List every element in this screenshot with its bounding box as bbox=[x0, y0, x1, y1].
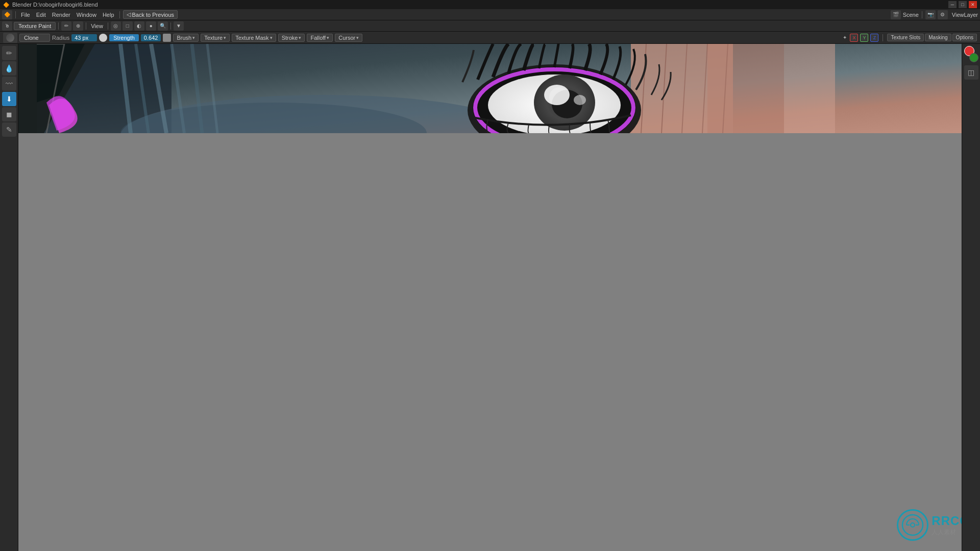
falloff-button[interactable]: Falloff bbox=[307, 34, 333, 42]
back-icon: ◁ bbox=[127, 11, 131, 18]
back-to-previous-button[interactable]: ◁ Back to Previous bbox=[123, 10, 178, 19]
svg-point-22 bbox=[902, 515, 923, 535]
svg-rect-21 bbox=[18, 44, 37, 133]
brush-toolbar: Clone Radius 43 px Strength 0.642 Brush … bbox=[0, 32, 980, 44]
strength-button[interactable]: Strength bbox=[109, 34, 139, 41]
settings-icon[interactable]: ⚙ bbox=[938, 10, 948, 19]
menu-file[interactable]: File bbox=[19, 12, 32, 18]
axis-x-button[interactable]: X bbox=[850, 34, 858, 42]
brush-name-field[interactable]: Clone bbox=[19, 34, 50, 42]
draw-tool-button[interactable]: ✏ bbox=[2, 46, 16, 60]
title-text: Blender D:\robogirl\robogirl6.blend bbox=[12, 2, 948, 8]
menu-help[interactable]: Help bbox=[101, 12, 116, 18]
menu-window[interactable]: Window bbox=[75, 12, 99, 18]
brush-button[interactable]: Brush bbox=[173, 34, 199, 42]
viewlayer-label: ViewLayer bbox=[952, 12, 978, 18]
titlebar: 🔶 Blender D:\robogirl\robogirl6.blend ─ … bbox=[0, 0, 980, 9]
cursor-mode-icon[interactable]: ⊕ bbox=[73, 21, 83, 31]
mask-tool-button[interactable]: ✎ bbox=[2, 122, 16, 137]
mode-icon[interactable]: 🖱 bbox=[2, 21, 12, 31]
separator bbox=[15, 11, 16, 18]
right-tool-1[interactable]: ◫ bbox=[964, 65, 978, 80]
fill-tool-button[interactable]: ◼ bbox=[2, 107, 16, 121]
mirror-label: ✦ bbox=[843, 35, 847, 40]
filter-icon[interactable]: ▼ bbox=[174, 21, 184, 31]
axis-y-button[interactable]: Y bbox=[860, 34, 868, 42]
svg-point-20 bbox=[574, 95, 586, 105]
close-button[interactable]: ✕ bbox=[969, 1, 977, 8]
separator2 bbox=[119, 11, 120, 18]
watermark-circle bbox=[897, 509, 928, 541]
separator7 bbox=[170, 22, 171, 30]
texture-slots-button[interactable]: Texture Slots bbox=[887, 34, 924, 41]
tools-panel: ✏ 💧 〰 ⬇ ◼ ✎ bbox=[0, 44, 18, 551]
viewport-render1[interactable]: ◐ bbox=[134, 21, 144, 31]
brush-thumbnail[interactable] bbox=[3, 33, 17, 43]
soften-tool-button[interactable]: 💧 bbox=[2, 61, 16, 76]
mode-toolbar: 🖱 Texture Paint ✏ ⊕ View ◎ □ ◐ ● 🔍 ▼ bbox=[0, 20, 980, 32]
strength-value[interactable]: 0.642 bbox=[141, 34, 161, 41]
right-header-buttons: Texture Slots Masking Options bbox=[887, 34, 977, 41]
gray-area bbox=[18, 133, 962, 551]
separator6 bbox=[108, 22, 108, 30]
viewport[interactable] bbox=[18, 44, 962, 133]
clone-tool-button[interactable]: ⬇ bbox=[2, 92, 16, 106]
blender-logo-icon[interactable]: 🔶 bbox=[2, 10, 12, 19]
watermark: RRCG 人人素材 bbox=[897, 509, 970, 541]
menu-render[interactable]: Render bbox=[50, 12, 72, 18]
radius-value[interactable]: 43 px bbox=[71, 34, 97, 41]
svg-rect-4 bbox=[784, 44, 835, 133]
separator5 bbox=[86, 22, 86, 30]
stroke-button[interactable]: Stroke bbox=[278, 34, 305, 42]
menu-edit[interactable]: Edit bbox=[34, 12, 48, 18]
scene-icon[interactable]: 🎬 bbox=[891, 10, 901, 19]
svg-point-19 bbox=[544, 85, 570, 105]
main-toolbar: 🔶 File Edit Render Window Help ◁ Back to… bbox=[0, 9, 980, 20]
mode-selector[interactable]: Texture Paint bbox=[14, 22, 56, 30]
texture-mask-button[interactable]: Texture Mask bbox=[232, 34, 276, 42]
maximize-button[interactable]: □ bbox=[959, 1, 967, 8]
options-button[interactable]: Options bbox=[952, 34, 977, 41]
snap-icon[interactable]: 🔍 bbox=[158, 21, 168, 31]
scene-label: Scene bbox=[903, 12, 919, 18]
separator4 bbox=[58, 22, 59, 30]
masking-button[interactable]: Masking bbox=[925, 34, 951, 41]
background-color-swatch[interactable] bbox=[969, 53, 978, 62]
viewport-render2[interactable]: ● bbox=[146, 21, 156, 31]
separator3 bbox=[922, 11, 922, 18]
separator8 bbox=[883, 34, 883, 41]
window-controls: ─ □ ✕ bbox=[948, 1, 977, 8]
render-icon[interactable]: 📷 bbox=[925, 10, 936, 19]
paint-icon[interactable] bbox=[163, 34, 171, 42]
minimize-button[interactable]: ─ bbox=[948, 1, 957, 8]
radius-label: Radius bbox=[52, 35, 69, 41]
view-menu[interactable]: View bbox=[89, 23, 105, 29]
axis-z-button[interactable]: Z bbox=[870, 34, 878, 42]
scene-canvas bbox=[18, 44, 962, 133]
cursor-button[interactable]: Cursor bbox=[335, 34, 362, 42]
viewport-shading-wire[interactable]: □ bbox=[122, 21, 133, 31]
radius-circle-icon[interactable] bbox=[99, 34, 107, 42]
right-tools-panel: ◫ bbox=[962, 44, 980, 551]
draw-mode-icon[interactable]: ✏ bbox=[61, 21, 71, 31]
svg-rect-3 bbox=[707, 44, 784, 133]
texture-button[interactable]: Texture bbox=[201, 34, 230, 42]
svg-point-23 bbox=[911, 523, 915, 527]
viewport-shading-solid[interactable]: ◎ bbox=[111, 21, 121, 31]
smear-tool-button[interactable]: 〰 bbox=[2, 77, 16, 91]
